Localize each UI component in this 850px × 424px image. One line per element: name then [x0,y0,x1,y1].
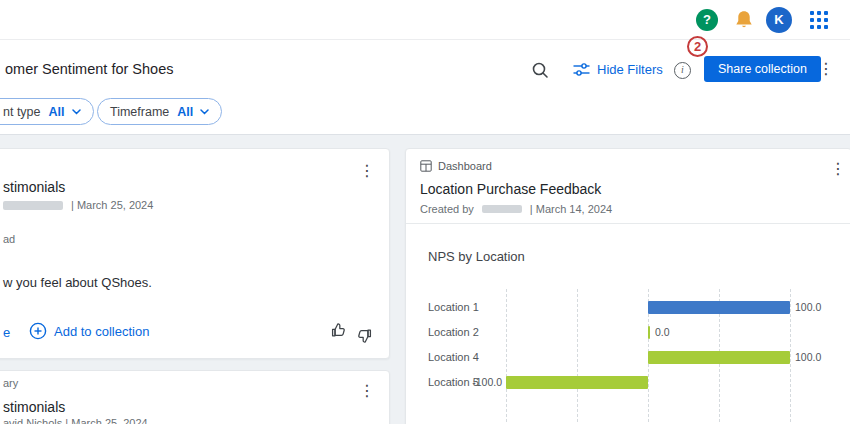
add-to-collection-label: Add to collection [54,324,149,339]
chart-gridline [577,289,578,424]
filter-chip-label: nt type [3,105,41,119]
dashboard-card[interactable]: Dashboard ⋮ Location Purchase Feedback C… [405,148,850,424]
page-title: omer Sentiment for Shoes [5,61,173,77]
info-icon[interactable]: i [674,62,691,79]
notifications-bell-icon[interactable] [733,9,755,31]
filter-chip-timeframe[interactable]: Timeframe All [97,98,222,125]
plus-circle-icon [29,322,47,340]
card-date: | March 25, 2024 [71,199,153,211]
user-avatar[interactable]: K [766,7,792,33]
chart-bar [506,376,648,389]
app-window: ? K omer Sentiment for Shoes Hide Filter… [0,0,850,424]
card-byline: avid Nichols | March 25, 2024 [3,417,148,424]
filter-chip-value: All [49,105,65,119]
apps-grid-icon[interactable] [810,11,829,30]
chart-bar [648,326,650,339]
card-title: stimonials [3,179,65,195]
chart-category-label: Location 1 [428,295,479,320]
chart-category-label: Location 2 [428,320,479,345]
chevron-down-icon [72,109,81,115]
nps-bar-chart: NPS by Location Location 1100.0Location … [406,149,850,424]
filter-chip-value: All [177,105,193,119]
chart-value-label: 100.0 [795,345,821,370]
testimonial-card[interactable]: ⋮ stimonials | March 25, 2024 ad w you f… [0,148,390,359]
global-top-bar [0,0,850,40]
chart-bar [648,351,790,364]
filter-sliders-icon [573,62,590,77]
card-type-label: ary [3,377,18,389]
chart-gridline [790,289,791,424]
chevron-down-icon [200,109,209,115]
hide-filters-label: Hide Filters [597,62,663,77]
card-meta-fragment: ad [3,233,15,245]
filter-chip-document-type[interactable]: nt type All [0,98,94,125]
filter-chip-label: Timeframe [110,105,169,119]
chart-gridline [506,289,507,424]
thumbs-down-icon[interactable] [355,323,372,344]
chart-category-label: Location 4 [428,345,479,370]
share-collection-button[interactable]: Share collection [704,56,821,82]
card-menu-icon[interactable]: ⋮ [359,163,375,179]
card-menu-icon[interactable]: ⋮ [359,383,375,399]
chart-bar [648,301,790,314]
testimonial-card-2[interactable]: ary ⋮ stimonials avid Nichols | March 25… [0,370,390,424]
bell-icon [733,9,755,31]
add-to-collection-button[interactable]: Add to collection [29,322,149,340]
redacted-author [3,201,63,210]
chart-value-label: -100.0 [472,370,502,395]
help-icon[interactable]: ? [696,9,718,31]
chart-title: NPS by Location [428,249,525,264]
card-link[interactable]: e [3,325,10,340]
hide-filters-button[interactable]: Hide Filters [573,62,663,77]
search-icon[interactable] [531,61,549,79]
card-title: stimonials [3,399,65,415]
annotation-step-badge: 2 [687,36,708,57]
card-body-text: w you feel about QShoes. [3,275,152,290]
chart-category-label: Location 5 [428,370,479,395]
chart-value-label: 0.0 [655,320,670,345]
thumbs-up-icon[interactable] [331,322,348,343]
chart-value-label: 100.0 [795,295,821,320]
header-overflow-menu-icon[interactable]: ⋮ [818,61,834,77]
